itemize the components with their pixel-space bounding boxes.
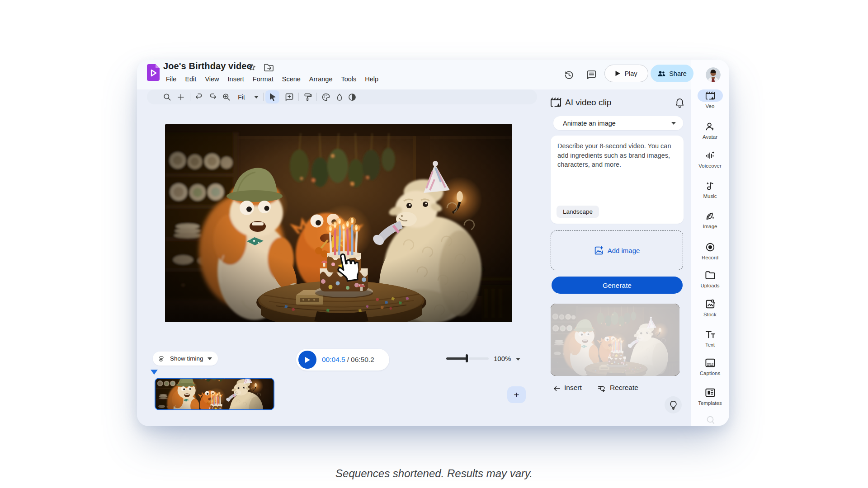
- comment-icon[interactable]: [586, 70, 597, 82]
- video-canvas[interactable]: [165, 124, 512, 322]
- sidebar-item-captions[interactable]: Captions: [691, 357, 729, 376]
- sidebar-item-more: [691, 414, 729, 426]
- menu-format[interactable]: Format: [253, 75, 274, 83]
- aspect-ratio-chip[interactable]: Landscape: [557, 206, 599, 218]
- show-timing-icon: [159, 355, 166, 362]
- sidebar-item-uploads[interactable]: Uploads: [691, 269, 729, 288]
- caret-down-icon: [671, 122, 676, 125]
- current-time: 00:04.5: [322, 356, 345, 364]
- templates-icon: [698, 386, 723, 399]
- sidebar-item-image[interactable]: Image: [691, 210, 729, 229]
- menu-help[interactable]: Help: [365, 75, 378, 83]
- hand-cursor: [334, 253, 359, 286]
- voiceover-icon: [698, 149, 723, 161]
- sidebar-item-text[interactable]: Text: [691, 328, 729, 347]
- caret-down-icon: [208, 357, 212, 360]
- history-icon[interactable]: [564, 70, 574, 82]
- play-button[interactable]: Play: [604, 65, 648, 82]
- captions-icon: [698, 357, 723, 369]
- search-icon[interactable]: [162, 89, 172, 104]
- panel-title: AI video clip: [565, 98, 611, 108]
- menu-tools[interactable]: Tools: [341, 75, 356, 83]
- vids-logo[interactable]: [147, 64, 160, 83]
- menu-arrange[interactable]: Arrange: [309, 75, 333, 83]
- sidebar-item-record[interactable]: Record: [691, 241, 729, 260]
- sidebar-item-stock[interactable]: Stock: [691, 298, 729, 317]
- zoom-slider-handle[interactable]: [466, 354, 468, 362]
- share-button[interactable]: Share: [651, 65, 693, 82]
- record-icon: [698, 241, 723, 253]
- people-icon: [657, 70, 665, 77]
- timeline-clip-thumbnail[interactable]: [155, 378, 274, 410]
- menubar: File Edit View Insert Format Scene Arran…: [166, 75, 378, 83]
- page-background: Joe's Birthday video File Edit View Inse…: [0, 0, 868, 488]
- fit-dropdown[interactable]: Fit: [236, 89, 247, 104]
- app-window: Joe's Birthday video File Edit View Inse…: [137, 60, 729, 426]
- music-icon: [698, 179, 723, 192]
- prompt-placeholder: Describe your 8-second video. You can ad…: [557, 141, 679, 169]
- veo-icon: [550, 97, 561, 109]
- caret-down-icon[interactable]: [253, 89, 260, 104]
- sidebar-item-avatar[interactable]: Avatar: [691, 120, 729, 140]
- paint-roller-icon[interactable]: [302, 89, 314, 104]
- bell-icon[interactable]: [675, 98, 684, 110]
- move-folder-icon[interactable]: [264, 64, 274, 74]
- menu-insert[interactable]: Insert: [228, 75, 244, 83]
- arrow-left-icon[interactable]: [552, 385, 561, 394]
- sidebar-item-templates[interactable]: Templates: [691, 386, 729, 406]
- add-image-icon: [594, 246, 604, 255]
- total-time: 06:50.2: [351, 356, 374, 364]
- droplet-icon[interactable]: [334, 89, 345, 104]
- lightbulb-button[interactable]: [665, 396, 682, 413]
- add-scene-button[interactable]: +: [507, 386, 526, 403]
- avatar-sparkle-icon: [698, 120, 723, 132]
- zoom-level[interactable]: 100%: [494, 355, 511, 362]
- uploads-icon: [698, 269, 723, 281]
- add-icon[interactable]: [176, 89, 186, 104]
- show-timing-dropdown[interactable]: Show timing: [153, 352, 218, 366]
- time-display: 00:04.5 / 06:50.2: [322, 349, 374, 371]
- image-sparkle-icon: [698, 210, 723, 222]
- toolbar-divider: [298, 93, 299, 101]
- play-icon: [615, 70, 620, 76]
- stock-icon: [698, 298, 723, 310]
- zoom-in-icon[interactable]: [221, 89, 231, 104]
- menu-view[interactable]: View: [205, 75, 219, 83]
- sidebar-item-voiceover[interactable]: Voiceover: [691, 149, 729, 169]
- contrast-icon[interactable]: [346, 89, 358, 104]
- document-title[interactable]: Joe's Birthday video: [163, 61, 252, 71]
- timeline-play-button[interactable]: [298, 351, 316, 369]
- prompt-input[interactable]: Describe your 8-second video. You can ad…: [551, 136, 684, 224]
- sidebar-item-veo[interactable]: Veo: [691, 89, 729, 109]
- generate-button[interactable]: Generate: [552, 277, 683, 294]
- select-tool-icon[interactable]: [266, 89, 279, 104]
- playback-pill: 00:04.5 / 06:50.2: [296, 349, 389, 371]
- recreate-icon[interactable]: [597, 385, 606, 394]
- playhead-marker[interactable]: [151, 370, 158, 375]
- menu-scene[interactable]: Scene: [282, 75, 301, 83]
- veo-icon: [698, 89, 723, 102]
- toolbar-divider: [263, 93, 264, 101]
- redo-icon[interactable]: [208, 89, 217, 104]
- zoom-slider-track-remainder[interactable]: [469, 357, 489, 360]
- mode-dropdown[interactable]: Animate an image: [553, 116, 683, 130]
- sidebar-item-music[interactable]: Music: [691, 179, 729, 199]
- text-icon: [698, 328, 723, 340]
- zoom-slider-track[interactable]: [446, 357, 467, 360]
- caret-down-icon[interactable]: [516, 358, 520, 361]
- toolbar-divider: [190, 93, 190, 101]
- add-image-button[interactable]: Add image: [551, 230, 683, 270]
- menu-file[interactable]: File: [166, 75, 176, 83]
- avatar[interactable]: [706, 67, 721, 82]
- generated-video-thumbnail[interactable]: [551, 304, 679, 376]
- undo-icon[interactable]: [194, 89, 204, 104]
- add-comment-icon[interactable]: [283, 89, 295, 104]
- menu-edit[interactable]: Edit: [185, 75, 196, 83]
- disclaimer-caption: Sequences shortened. Results may vary.: [0, 467, 868, 480]
- faded-icon: [698, 414, 723, 426]
- insert-button[interactable]: Insert: [564, 384, 582, 392]
- star-icon[interactable]: [248, 63, 256, 73]
- palette-icon[interactable]: [320, 89, 332, 104]
- toolbar: Fit: [147, 89, 537, 104]
- recreate-button[interactable]: Recreate: [610, 384, 638, 392]
